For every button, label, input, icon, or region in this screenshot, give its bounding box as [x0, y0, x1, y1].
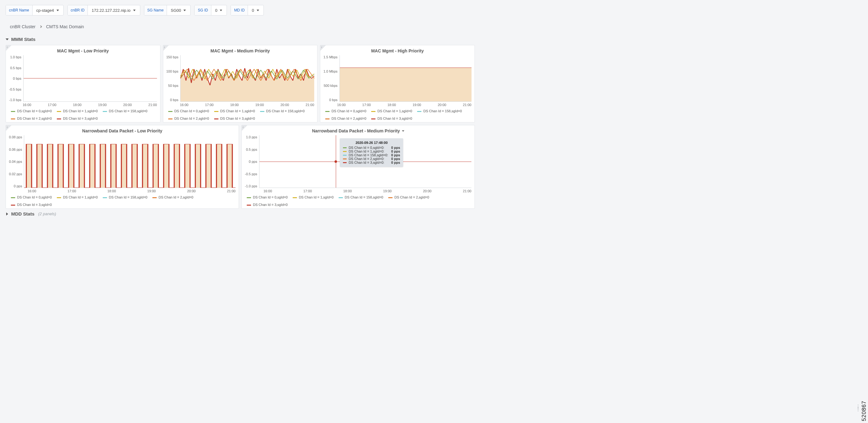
filter-value[interactable]: 0 — [248, 5, 263, 15]
legend-item[interactable]: DS Chan Id = 158,sgId=0 — [103, 109, 147, 113]
legend: DS Chan Id = 0,sgId=0DS Chan Id = 1,sgId… — [245, 195, 471, 206]
chart-nb-medium[interactable]: 2020-09-26 17:48:00 DS Chan Id = 0,sgId=… — [259, 135, 471, 188]
legend-item[interactable]: DS Chan Id = 0,sgId=0 — [11, 195, 52, 199]
legend-item[interactable]: DS Chan Id = 3,sgId=0 — [214, 117, 255, 120]
panel-title[interactable]: MAC Mgmt - High Priority — [323, 48, 471, 53]
filter-bar: cnBR Name cp-stage4 cnBR ID 172.22.127.2… — [6, 5, 475, 15]
legend-item[interactable]: DS Chan Id = 1,sgId=0 — [214, 109, 255, 113]
y-axis: 0.08 pps0.06 pps0.04 pps0.02 pps0 pps — [9, 135, 24, 188]
legend-item[interactable]: DS Chan Id = 1,sgId=0 — [371, 109, 412, 113]
filter-value[interactable]: cp-stage4 — [33, 5, 63, 15]
legend-swatch — [103, 197, 107, 198]
chart-medium[interactable] — [180, 55, 314, 102]
legend-item[interactable]: DS Chan Id = 158,sgId=0 — [339, 195, 383, 199]
legend-item[interactable]: DS Chan Id = 3,sgId=0 — [57, 117, 98, 120]
breadcrumb-item[interactable]: CMTS Mac Domain — [46, 24, 84, 29]
legend-swatch — [103, 111, 107, 112]
legend-item[interactable]: DS Chan Id = 1,sgId=0 — [57, 195, 98, 199]
chart-nb-low[interactable] — [24, 135, 236, 188]
legend-swatch — [11, 111, 15, 112]
legend-item[interactable]: DS Chan Id = 3,sgId=0 — [371, 117, 412, 120]
legend-item[interactable]: DS Chan Id = 3,sgId=0 — [247, 203, 288, 206]
chart-high[interactable] — [340, 55, 471, 102]
legend-item[interactable]: DS Chan Id = 3,sgId=0 — [11, 203, 52, 206]
panel-narrowband-low: i Narrowband Data Packet - Low Priority … — [6, 125, 239, 209]
tooltip-row: DS Chan Id = 158,sgId=0:0 pps — [343, 153, 400, 157]
tooltip-row: DS Chan Id = 3,sgId=0:0 pps — [343, 161, 400, 164]
legend-item[interactable]: DS Chan Id = 1,sgId=0 — [57, 109, 98, 113]
tooltip-row: DS Chan Id = 1,sgId=0:0 pps — [343, 150, 400, 153]
tooltip-title: 2020-09-26 17:48:00 — [343, 141, 400, 144]
section-mmm-stats[interactable]: MMM Stats — [6, 37, 475, 42]
legend: DS Chan Id = 0,sgId=0DS Chan Id = 1,sgId… — [9, 109, 157, 120]
legend-item[interactable]: DS Chan Id = 0,sgId=0 — [325, 109, 366, 113]
crosshair-point — [335, 160, 337, 163]
legend-swatch — [247, 197, 251, 198]
legend-swatch — [11, 197, 15, 198]
legend-swatch — [214, 119, 218, 120]
panel-title[interactable]: Narrowband Data Packet - Low Priority — [9, 128, 236, 133]
legend-item[interactable]: DS Chan Id = 0,sgId=0 — [11, 109, 52, 113]
chevron-right-icon — [6, 213, 8, 216]
filter-md-id[interactable]: MD ID 0 — [230, 5, 264, 15]
section-meta: (2 panels) — [38, 212, 56, 216]
y-axis: 150 bps100 bps50 bps0 bps — [166, 55, 180, 102]
filter-value[interactable]: 172.22.127.222.nip.io — [88, 5, 140, 15]
legend-swatch — [152, 197, 157, 198]
svg-rect-1 — [340, 68, 471, 101]
y-axis: 1.0 bps0.5 bps0 bps-0.5 bps-1.0 bps — [9, 55, 23, 102]
section-title: MDD Stats — [11, 211, 34, 217]
filter-label: SG ID — [194, 5, 211, 15]
filter-value[interactable]: SG00 — [167, 5, 190, 15]
legend-item[interactable]: DS Chan Id = 1,sgId=0 — [292, 195, 334, 199]
legend-item[interactable]: DS Chan Id = 2,sgId=0 — [325, 117, 366, 120]
filter-label: cnBR ID — [68, 5, 88, 15]
legend-swatch — [325, 119, 330, 120]
legend: DS Chan Id = 0,sgId=0DS Chan Id = 1,sgId… — [166, 109, 314, 120]
panel-title[interactable]: Narrowband Data Packet - Medium Priority — [245, 128, 471, 133]
chevron-down-icon — [57, 10, 59, 11]
chart-tooltip: 2020-09-26 17:48:00 DS Chan Id = 0,sgId=… — [340, 138, 403, 167]
x-axis: 16:0017:0018:0019:0020:0021:00 — [166, 103, 314, 107]
legend-swatch — [325, 111, 330, 112]
section-mdd-stats[interactable]: MDD Stats (2 panels) — [6, 211, 475, 217]
legend-item[interactable]: DS Chan Id = 158,sgId=0 — [260, 109, 305, 113]
chevron-down-icon — [6, 38, 9, 40]
legend-swatch — [371, 119, 375, 120]
x-axis: 16:0017:0018:0019:0020:0021:00 — [245, 189, 471, 193]
filter-label: SG Name — [144, 5, 167, 15]
filter-label: cnBR Name — [6, 5, 33, 15]
legend-swatch — [371, 111, 375, 112]
x-axis: 16:0017:0018:0019:0020:0021:00 — [323, 103, 471, 107]
tooltip-row: DS Chan Id = 0,sgId=0:0 pps — [343, 146, 400, 150]
chart-low[interactable] — [23, 55, 157, 102]
panel-title[interactable]: MAC Mgmt - Medium Priority — [166, 48, 314, 53]
filter-label: MD ID — [231, 5, 248, 15]
legend-item[interactable]: DS Chan Id = 158,sgId=0 — [417, 109, 462, 113]
panel-mac-mgmt-medium: i MAC Mgmt - Medium Priority 150 bps100 … — [163, 45, 318, 123]
legend-item[interactable]: DS Chan Id = 2,sgId=0 — [168, 117, 209, 120]
filter-sg-name[interactable]: SG Name SG00 — [144, 5, 191, 15]
chevron-down-icon — [220, 10, 222, 11]
panel-mac-mgmt-low: i MAC Mgmt - Low Priority 1.0 bps0.5 bps… — [6, 45, 160, 123]
breadcrumb-item[interactable]: cnBR Cluster — [10, 24, 35, 29]
filter-cnbr-name[interactable]: cnBR Name cp-stage4 — [6, 5, 64, 15]
legend-item[interactable]: DS Chan Id = 158,sgId=0 — [103, 195, 147, 199]
legend-swatch — [417, 111, 422, 112]
panel-title[interactable]: MAC Mgmt - Low Priority — [9, 48, 157, 53]
legend-swatch — [214, 111, 218, 112]
legend-item[interactable]: DS Chan Id = 2,sgId=0 — [152, 195, 193, 199]
legend-item[interactable]: DS Chan Id = 2,sgId=0 — [388, 195, 429, 199]
legend-item[interactable]: DS Chan Id = 0,sgId=0 — [168, 109, 209, 113]
chevron-down-icon — [183, 10, 186, 11]
tooltip-row: DS Chan Id = 2,sgId=0:0 pps — [343, 157, 400, 161]
chevron-down-icon — [257, 10, 259, 11]
breadcrumb: cnBR Cluster CMTS Mac Domain — [10, 24, 475, 29]
filter-value[interactable]: 0 — [211, 5, 226, 15]
filter-sg-id[interactable]: SG ID 0 — [194, 5, 227, 15]
legend-item[interactable]: DS Chan Id = 2,sgId=0 — [11, 117, 52, 120]
chevron-right-icon — [39, 26, 42, 28]
filter-cnbr-id[interactable]: cnBR ID 172.22.127.222.nip.io — [67, 5, 140, 15]
legend-item[interactable]: DS Chan Id = 0,sgId=0 — [247, 195, 288, 199]
panel-mac-mgmt-high: i MAC Mgmt - High Priority 1.5 Mbps1.0 M… — [320, 45, 475, 123]
